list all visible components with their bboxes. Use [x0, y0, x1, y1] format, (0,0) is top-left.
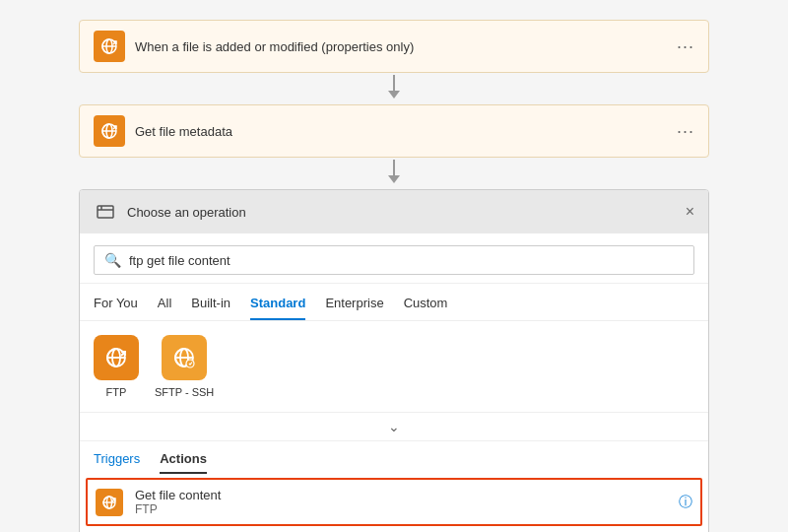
- action1-connector: FTP: [135, 502, 667, 516]
- svg-point-18: [186, 360, 194, 367]
- sftp-label: SFTP - SSH: [155, 386, 214, 398]
- tab-standard[interactable]: Standard: [250, 292, 305, 320]
- search-input[interactable]: [129, 253, 684, 268]
- operation-panel: Choose an operation × 🔍 For You All Buil…: [79, 189, 709, 532]
- action1-info-icon[interactable]: ⓘ: [679, 494, 692, 511]
- flow-container: When a file is added or modified (proper…: [79, 20, 709, 532]
- actions-list: Get file content FTP ⓘ: [80, 474, 708, 532]
- action-get-file-content-path[interactable]: Get file content using path FTP ⓘ: [80, 526, 708, 532]
- search-icon: 🔍: [104, 252, 121, 268]
- action1-icon: [96, 489, 123, 516]
- tab-built-in[interactable]: Built-in: [191, 292, 230, 320]
- connector-sftp[interactable]: SFTP - SSH: [155, 335, 214, 398]
- operation-header: Choose an operation ×: [80, 190, 708, 233]
- step2-icon: [94, 115, 125, 147]
- svg-rect-8: [98, 206, 113, 218]
- expand-row: ⌄: [80, 413, 708, 441]
- search-wrapper: 🔍: [94, 245, 694, 275]
- connector-ftp[interactable]: FTP: [94, 335, 139, 398]
- tab-for-you[interactable]: For You: [94, 292, 138, 320]
- flow-step-1[interactable]: When a file is added or modified (proper…: [79, 20, 709, 73]
- arrow-1: [384, 75, 404, 102]
- flow-step-2[interactable]: Get file metadata ···: [79, 104, 709, 158]
- arrow-2: [384, 160, 404, 187]
- step1-icon: [94, 31, 125, 62]
- expand-icon[interactable]: ⌄: [388, 419, 400, 434]
- secondary-tabs: Triggers Actions: [80, 441, 708, 474]
- action1-text: Get file content FTP: [135, 488, 667, 516]
- step2-more[interactable]: ···: [677, 121, 694, 142]
- tab-enterprise[interactable]: Enterprise: [325, 292, 383, 320]
- connectors-grid: FTP SFTP - SSH: [80, 321, 708, 413]
- primary-tabs: For You All Built-in Standard Enterprise…: [80, 284, 708, 321]
- step1-more[interactable]: ···: [677, 36, 694, 57]
- step1-label: When a file is added or modified (proper…: [135, 39, 667, 54]
- tab-all[interactable]: All: [158, 292, 171, 320]
- operation-title: Choose an operation: [127, 205, 246, 220]
- ftp-label: FTP: [106, 386, 127, 398]
- operation-header-left: Choose an operation: [94, 200, 246, 224]
- action1-name: Get file content: [135, 488, 667, 502]
- step2-label: Get file metadata: [135, 124, 667, 139]
- tab-actions[interactable]: Actions: [160, 451, 207, 474]
- tab-custom[interactable]: Custom: [404, 292, 448, 320]
- tab-triggers[interactable]: Triggers: [94, 451, 140, 474]
- ftp-icon: [94, 335, 139, 380]
- search-bar: 🔍: [80, 233, 708, 284]
- sftp-icon: [162, 335, 207, 380]
- close-button[interactable]: ×: [686, 204, 694, 220]
- operation-header-icon: [94, 200, 117, 224]
- action-get-file-content[interactable]: Get file content FTP ⓘ: [86, 478, 702, 526]
